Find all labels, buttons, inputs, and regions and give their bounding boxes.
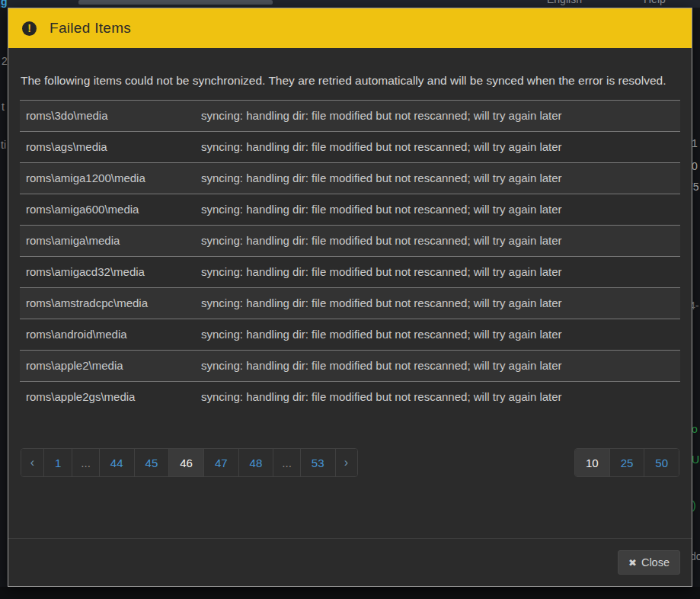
pagination-page-button[interactable]: 44: [99, 449, 134, 476]
table-row: roms\3do\media syncing: handling dir: fi…: [20, 100, 680, 131]
background-text-fragment: ): [692, 499, 696, 511]
table-row: roms\amiga\media syncing: handling dir: …: [20, 225, 680, 256]
item-path: roms\apple2gs\media: [20, 382, 195, 412]
pagination-ellipsis: ...: [72, 449, 99, 476]
background-text-fragment: 0: [692, 160, 698, 172]
background-help-menu: Help: [644, 0, 666, 5]
table-row: roms\apple2\media syncing: handling dir:…: [20, 350, 680, 381]
pagination-page-button[interactable]: 1: [43, 449, 72, 476]
background-text-fragment: o: [692, 423, 698, 435]
table-row: roms\amstradcpc\media syncing: handling …: [20, 287, 680, 319]
modal-title: Failed Items: [50, 20, 131, 37]
item-error: syncing: handling dir: file modified but…: [195, 132, 680, 162]
background-text-fragment: U: [692, 453, 699, 466]
background-text-fragment: do: [692, 550, 700, 562]
pagination-page-button[interactable]: 45: [134, 449, 169, 476]
background-right-edge: 1 0 75 4- o U ) do: [692, 8, 700, 587]
background-text-fragment: t: [2, 101, 5, 113]
failed-items-modal: ! Failed Items The following items could…: [8, 8, 692, 587]
table-row: roms\apple2gs\media syncing: handling di…: [20, 381, 680, 412]
page-size-50-button[interactable]: 50: [644, 449, 679, 476]
item-error: syncing: handling dir: file modified but…: [195, 194, 680, 225]
pagination-page-button-active[interactable]: 46: [168, 449, 203, 476]
background-text-fragment: 75: [692, 181, 699, 193]
table-row: roms\amiga600\media syncing: handling di…: [20, 194, 680, 225]
page-size-selector: 10 25 50: [574, 448, 679, 477]
pagination: ‹ 1 ... 44 45 46 47 48 ... 53 ›: [21, 448, 358, 477]
page-size-25-button[interactable]: 25: [609, 449, 644, 476]
background-text-fragment: 1: [692, 137, 698, 149]
table-row: roms\android\media syncing: handling dir…: [20, 319, 680, 350]
table-row: roms\amigacd32\media syncing: handling d…: [20, 256, 680, 287]
close-icon: ✖: [628, 557, 637, 569]
background-navbar: g English Help: [0, 0, 700, 8]
item-path: roms\amigacd32\media: [20, 257, 195, 287]
table-row: roms\ags\media syncing: handling dir: fi…: [20, 131, 680, 162]
modal-footer: ✖ Close: [8, 538, 692, 586]
exclamation-circle-icon: !: [22, 21, 37, 36]
table-row: roms\amiga1200\media syncing: handling d…: [20, 162, 680, 194]
item-path: roms\amiga\media: [20, 226, 195, 256]
background-text-fragment: 2: [2, 55, 8, 67]
pagination-page-button[interactable]: 47: [203, 449, 238, 476]
item-path: roms\3do\media: [20, 101, 195, 131]
pagination-prev-button[interactable]: ‹: [21, 449, 43, 476]
item-error: syncing: handling dir: file modified but…: [195, 319, 680, 350]
item-path: roms\amiga600\media: [20, 194, 195, 225]
item-path: roms\android\media: [20, 319, 195, 350]
item-path: roms\ags\media: [20, 132, 195, 162]
table-controls: ‹ 1 ... 44 45 46 47 48 ... 53 › 10 25 50: [20, 448, 680, 477]
intro-text: The following items could not be synchro…: [21, 71, 676, 90]
item-error: syncing: handling dir: file modified but…: [195, 382, 680, 412]
item-error: syncing: handling dir: file modified but…: [195, 351, 680, 381]
pagination-ellipsis: ...: [273, 449, 300, 476]
close-button-label: Close: [641, 556, 670, 569]
background-text-fragment: ti: [1, 139, 6, 151]
background-text-fragment: 4-: [692, 300, 698, 312]
page-size-10-button[interactable]: 10: [575, 449, 609, 476]
close-button[interactable]: ✖ Close: [618, 550, 680, 575]
item-error: syncing: handling dir: file modified but…: [195, 163, 680, 194]
item-path: roms\amiga1200\media: [20, 163, 195, 194]
item-path: roms\apple2\media: [20, 351, 195, 381]
item-path: roms\amstradcpc\media: [20, 288, 195, 319]
item-error: syncing: handling dir: file modified but…: [195, 288, 680, 319]
pagination-page-button[interactable]: 53: [300, 449, 335, 476]
failed-items-table: roms\3do\media syncing: handling dir: fi…: [20, 100, 680, 412]
background-left-edge: 2 t ti: [0, 8, 8, 587]
background-language-menu: English: [547, 0, 582, 5]
item-error: syncing: handling dir: file modified but…: [195, 101, 680, 131]
modal-body: The following items could not be synchro…: [8, 71, 692, 477]
pagination-next-button[interactable]: ›: [335, 449, 357, 476]
modal-header: ! Failed Items: [8, 8, 692, 48]
syncthing-logo-icon: g: [1, 0, 8, 8]
pagination-page-button[interactable]: 48: [238, 449, 273, 476]
background-bottom-edge: [0, 587, 700, 599]
item-error: syncing: handling dir: file modified but…: [195, 226, 680, 256]
background-device-name: [78, 0, 273, 5]
item-error: syncing: handling dir: file modified but…: [195, 257, 680, 287]
